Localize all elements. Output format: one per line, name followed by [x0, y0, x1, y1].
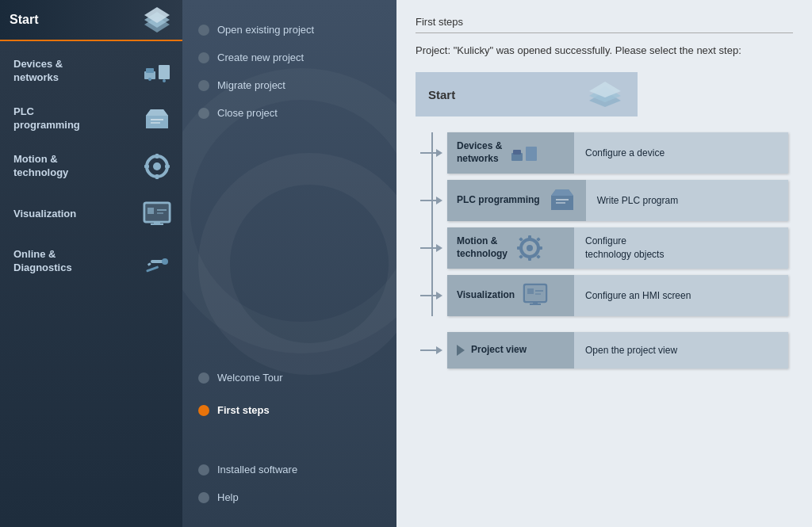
- flow-item-devices[interactable]: Devices &networks Configure a device: [447, 132, 793, 174]
- menu-label-active: First steps: [217, 404, 270, 416]
- flow-card-plc[interactable]: PLC programming Write PLC program: [447, 180, 788, 221]
- flow-card-devices[interactable]: Devices &networks Configure a device: [447, 132, 788, 174]
- plc-icon: [143, 105, 171, 133]
- menu-dot-active: [198, 405, 209, 416]
- menu-dot: [198, 492, 209, 503]
- start-icon: [141, 6, 173, 34]
- flow-card-left: PLC programming: [447, 180, 586, 221]
- svg-point-27: [162, 258, 168, 265]
- svg-rect-10: [151, 119, 163, 120]
- flow-label: Visualization: [457, 289, 515, 302]
- flow-card-right: Configure a device: [574, 132, 788, 174]
- menu-dot: [198, 80, 209, 91]
- menu-dot: [198, 52, 209, 63]
- svg-rect-33: [526, 147, 537, 161]
- project-view-card[interactable]: Project view Open the project view: [447, 332, 788, 369]
- flow-action: Write PLC program: [597, 194, 678, 208]
- svg-rect-53: [535, 293, 541, 295]
- flow-arrow: [420, 197, 442, 204]
- svg-rect-16: [144, 165, 149, 168]
- sidebar-item-visualization[interactable]: Visualization: [0, 192, 182, 236]
- flow-action: Configure a device: [585, 147, 665, 160]
- project-view-action: Open the project view: [585, 344, 677, 357]
- menu-installed-software[interactable]: Installed software: [195, 456, 384, 483]
- bottom-menu: Installed software Help: [195, 456, 384, 511]
- sidebar-item-online-diagnostics[interactable]: Online &Diagnostics: [0, 239, 182, 284]
- svg-point-40: [527, 245, 533, 251]
- menu-label: Welcome Tour: [217, 372, 283, 384]
- start-card-icon: [585, 80, 625, 109]
- menu-close-project[interactable]: Close project: [195, 99, 384, 127]
- menu-label: Migrate project: [217, 79, 285, 91]
- svg-rect-5: [146, 68, 154, 73]
- svg-rect-11: [151, 122, 160, 124]
- flow-container: Devices &networks Configure a device: [416, 132, 793, 316]
- hmi-flow-icon: [523, 281, 551, 310]
- svg-rect-34: [513, 150, 521, 155]
- flow-vertical-line: [431, 132, 433, 316]
- menu-label: Close project: [217, 107, 278, 119]
- menu-first-steps[interactable]: First steps: [195, 396, 384, 424]
- svg-point-6: [148, 78, 151, 81]
- flow-label: Devices &networks: [457, 140, 502, 165]
- svg-rect-28: [146, 265, 159, 272]
- menu-welcome-tour[interactable]: Welcome Tour: [195, 364, 384, 391]
- sidebar-item-motion-technology[interactable]: Motion &technology: [0, 144, 182, 189]
- menu-open-project[interactable]: Open existing project: [195, 16, 384, 44]
- flow-card-left: Motion &technology: [447, 227, 574, 269]
- network-icon: [143, 57, 171, 86]
- menu-help[interactable]: Help: [195, 483, 384, 511]
- menu-create-project[interactable]: Create new project: [195, 44, 384, 71]
- flow-item-plc[interactable]: PLC programming Write PLC program: [447, 180, 793, 221]
- svg-rect-51: [527, 288, 534, 294]
- panel-title: First steps: [416, 16, 793, 33]
- motion-icon: [143, 152, 171, 181]
- sidebar-item-devices-networks[interactable]: Devices &networks: [0, 49, 182, 94]
- diagnostics-icon: [143, 247, 171, 276]
- flow-arrow: [420, 244, 442, 252]
- svg-rect-38: [556, 202, 565, 204]
- flow-card-visualization[interactable]: Visualization Configure an HMI screen: [447, 275, 788, 316]
- svg-rect-4: [159, 65, 170, 79]
- menu-dot: [198, 464, 209, 475]
- flow-arrow: [420, 292, 442, 300]
- flow-action: Configuretechnology objects: [585, 235, 664, 262]
- sidebar-nav: Devices &networks PLCprogramming Motion …: [0, 41, 182, 527]
- menu-dot: [198, 372, 209, 384]
- flow-arrow: [420, 149, 442, 157]
- menu-label: Help: [217, 491, 239, 503]
- gear-flow-icon: [515, 234, 544, 262]
- project-view-arrow: [420, 346, 442, 354]
- sidebar-item-plc-programming[interactable]: PLCprogramming: [0, 97, 182, 141]
- svg-rect-42: [528, 257, 531, 261]
- flow-item-visualization[interactable]: Visualization Configure an HMI screen: [447, 275, 793, 316]
- project-view-triangle: [457, 345, 465, 356]
- svg-rect-43: [517, 246, 521, 250]
- right-panel: First steps Project: "Kulicky" was opene…: [396, 0, 812, 527]
- svg-rect-22: [147, 208, 154, 214]
- flow-item-motion[interactable]: Motion &technology C: [447, 227, 793, 269]
- sidebar-item-label: Devices &networks: [13, 58, 63, 85]
- sidebar-item-label: PLCprogramming: [13, 105, 80, 132]
- start-card[interactable]: Start: [416, 72, 638, 116]
- flow-card-motion[interactable]: Motion &technology C: [447, 227, 788, 269]
- svg-rect-24: [157, 212, 163, 214]
- plc-flow-icon: [548, 186, 576, 215]
- svg-rect-41: [528, 235, 531, 239]
- project-view-label: Project view: [471, 344, 527, 357]
- svg-rect-55: [530, 304, 541, 305]
- flow-action: Configure an HMI screen: [585, 289, 691, 303]
- flow-card-left: Devices &networks: [447, 132, 574, 174]
- flow-card-right: Write PLC program: [586, 180, 788, 221]
- start-card-label: Start: [428, 88, 455, 101]
- sidebar: Start Devices &networks PLCprogramming: [0, 0, 182, 527]
- svg-point-7: [163, 79, 166, 82]
- menu-label: Create new project: [217, 52, 304, 63]
- menu-label: Open existing project: [217, 24, 314, 36]
- svg-rect-21: [151, 223, 163, 225]
- network-flow-icon: [510, 139, 538, 167]
- svg-rect-17: [165, 165, 170, 168]
- svg-marker-36: [551, 189, 573, 196]
- menu-migrate-project[interactable]: Migrate project: [195, 71, 384, 99]
- project-view-right: Open the project view: [574, 332, 788, 369]
